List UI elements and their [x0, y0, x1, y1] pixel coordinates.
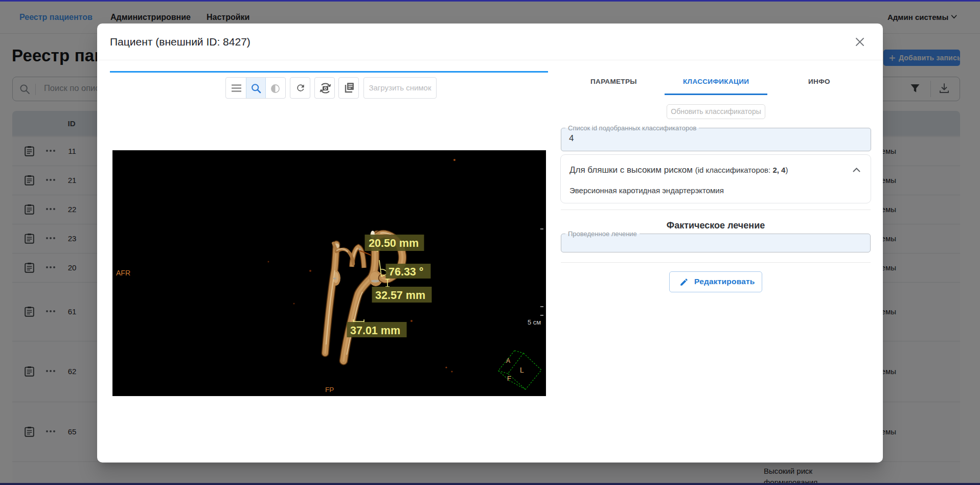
svg-text:37.01 mm: 37.01 mm — [350, 325, 400, 337]
svg-text:5 см: 5 см — [528, 318, 541, 326]
svg-text:32.57 mm: 32.57 mm — [375, 289, 425, 302]
svg-text:20.50 mm: 20.50 mm — [369, 237, 419, 249]
svg-text:FP: FP — [325, 386, 334, 394]
svg-text:F: F — [507, 375, 511, 382]
svg-text:AFR: AFR — [116, 269, 130, 277]
svg-text:76.33 °: 76.33 ° — [389, 266, 423, 278]
svg-text:L: L — [520, 366, 524, 374]
svg-text:A: A — [506, 357, 510, 364]
